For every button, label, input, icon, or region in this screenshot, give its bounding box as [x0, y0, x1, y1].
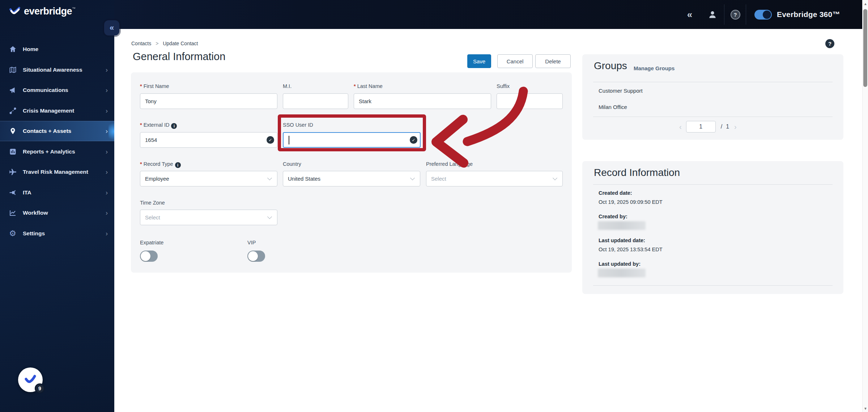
first-name-label: First Name: [140, 83, 169, 89]
chevron-down-icon: [267, 176, 272, 180]
mi-label: M.I.: [283, 83, 292, 89]
mi-input[interactable]: [283, 93, 348, 109]
preferred-language-select[interactable]: Select: [426, 171, 563, 186]
sidebar-item-label: Communications: [23, 87, 68, 93]
record-type-select[interactable]: Employee: [140, 171, 277, 186]
sso-user-id-input[interactable]: [283, 132, 421, 148]
everbridge-360-toggle[interactable]: [754, 10, 772, 20]
sidebar-item-travel-risk-management[interactable]: Travel Risk Management ›: [0, 162, 114, 182]
country-label: Country: [283, 161, 301, 167]
time-zone-label: Time Zone: [140, 200, 165, 206]
chevron-right-icon: ›: [106, 127, 108, 135]
top-header-bar: « ? Everbridge 360™: [0, 0, 862, 29]
chevron-right-icon: ›: [106, 168, 108, 176]
page-total: 1: [726, 123, 729, 130]
person-icon: [708, 10, 717, 19]
user-profile-icon[interactable]: [705, 0, 720, 29]
logo-text: everbridge: [24, 6, 72, 17]
everbridge-logo: everbridge ™: [8, 6, 76, 17]
groups-card: Groups Manage Groups Customer Support Mi…: [582, 54, 843, 140]
sidebar-item-crisis-management[interactable]: Crisis Management ›: [0, 101, 114, 121]
chevron-right-icon: ›: [106, 209, 108, 217]
card-divider: [593, 184, 833, 185]
notification-badge: 9: [35, 383, 45, 394]
last-updated-date-label: Last updated date:: [599, 237, 645, 243]
gear-icon: ⚙: [8, 229, 17, 238]
scroll-up-icon[interactable]: ▲: [863, 1, 868, 7]
info-icon[interactable]: i: [171, 123, 177, 129]
created-date-label: Created date:: [599, 190, 632, 196]
external-id-input[interactable]: [140, 132, 277, 148]
valid-check-icon: ✓: [267, 136, 274, 144]
group-item[interactable]: Milan Office: [599, 104, 627, 110]
sidebar-item-contacts-assets[interactable]: Contacts + Assets ›: [0, 121, 114, 141]
general-information-card: First Name M.I. Last Name Suffix Externa…: [131, 72, 572, 273]
first-name-input[interactable]: [140, 93, 277, 109]
sidebar-item-communications[interactable]: Communications ›: [0, 80, 114, 100]
window-scrollbar[interactable]: ▲ ▼: [862, 0, 868, 412]
breadcrumb-contacts-link[interactable]: Contacts: [131, 41, 151, 46]
record-information-title: Record Information: [594, 167, 680, 178]
cancel-button[interactable]: Cancel: [497, 54, 533, 68]
vip-toggle[interactable]: [247, 251, 265, 262]
app-window: « ? Everbridge 360™ everbridge ™ «: [0, 0, 868, 412]
active-item-glow: [109, 121, 114, 142]
external-id-label: External IDi: [140, 122, 177, 129]
sidebar-item-label: ITA: [23, 189, 31, 196]
chevron-down-icon: [267, 214, 272, 219]
map-icon: [8, 66, 17, 73]
record-type-label: Record Typei: [140, 161, 181, 168]
last-name-input[interactable]: [354, 93, 491, 109]
page-next-icon[interactable]: ›: [734, 123, 737, 131]
country-select[interactable]: United States: [283, 171, 420, 186]
group-item[interactable]: Customer Support: [599, 88, 643, 94]
header-collapse-icon[interactable]: «: [681, 0, 698, 29]
assistant-fab[interactable]: 9: [18, 367, 43, 392]
manage-groups-link[interactable]: Manage Groups: [634, 65, 675, 71]
scrollbar-thumb[interactable]: [863, 9, 867, 87]
chevron-down-icon: [410, 176, 415, 180]
sidebar-item-settings[interactable]: ⚙ Settings ›: [0, 223, 114, 244]
header-divider: [724, 4, 724, 25]
suffix-input[interactable]: [497, 93, 563, 109]
scroll-down-icon[interactable]: ▼: [863, 405, 868, 411]
last-updated-by-label: Last updated by:: [599, 261, 641, 267]
groups-pagination: ‹ 1 / 1 ›: [679, 121, 737, 133]
sidebar-item-label: Situational Awareness: [23, 67, 82, 73]
time-zone-select[interactable]: Select: [140, 210, 277, 225]
groups-title: Groups: [594, 60, 627, 72]
page-help-icon[interactable]: ?: [825, 39, 834, 48]
info-icon[interactable]: i: [175, 162, 181, 168]
chevron-right-icon: ›: [106, 189, 108, 197]
page-number-input[interactable]: 1: [686, 121, 716, 133]
bar-chart-icon: [8, 148, 17, 155]
breadcrumb-separator: >: [156, 41, 158, 46]
sidebar-item-ita[interactable]: ITA ›: [0, 182, 114, 203]
airplane-icon: [8, 168, 17, 176]
delete-button[interactable]: Delete: [535, 54, 571, 68]
card-divider: [593, 285, 833, 286]
sidebar-item-workflow[interactable]: Workflow ›: [0, 203, 114, 223]
sidebar-item-label: Contacts + Assets: [23, 128, 71, 134]
created-by-label: Created by:: [599, 214, 627, 219]
text-cursor: [289, 136, 289, 144]
sidebar-item-reports-analytics[interactable]: Reports + Analytics ›: [0, 142, 114, 162]
toggle-knob: [763, 10, 771, 19]
sidebar-item-situational-awareness[interactable]: Situational Awareness ›: [0, 60, 114, 80]
page-title: General Information: [133, 51, 225, 63]
sidebar-item-home[interactable]: Home: [0, 39, 114, 59]
sidebar-item-label: Home: [23, 46, 38, 52]
page-prev-icon[interactable]: ‹: [679, 123, 682, 131]
last-updated-date-value: Oct 19, 2025 13:53:54 EDT: [599, 247, 663, 252]
expatriate-toggle[interactable]: [140, 251, 158, 262]
map-pin-icon: [8, 127, 17, 135]
help-menu-icon[interactable]: ?: [728, 0, 743, 29]
line-chart-icon: [8, 209, 17, 216]
vip-label: VIP: [247, 240, 256, 245]
sidebar-item-label: Workflow: [23, 210, 48, 216]
created-date-value: Oct 19, 2025 09:09:50 EDT: [599, 199, 663, 205]
last-name-label: Last Name: [354, 83, 383, 89]
home-icon: [8, 46, 17, 53]
save-button[interactable]: Save: [467, 54, 491, 68]
sidebar-collapse-button[interactable]: «: [104, 20, 119, 35]
